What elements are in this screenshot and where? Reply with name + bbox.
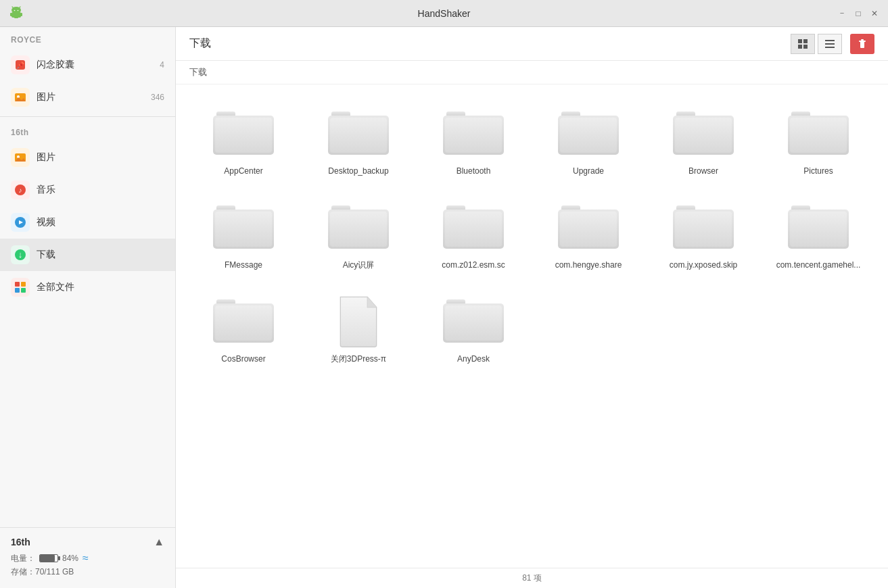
svg-text:↓: ↓ [18, 249, 23, 260]
sidebar-item-music[interactable]: ♪ 音乐 [0, 174, 175, 206]
flash-icon: 📌 [11, 55, 30, 74]
photos-royce-icon [11, 88, 30, 107]
sidebar-item-photos-16th[interactable]: 图片 [0, 141, 175, 174]
sidebar-item-flash[interactable]: 📌 闪念胶囊 4 [0, 49, 175, 81]
titlebar: HandShaker － □ ✕ [0, 0, 888, 27]
file-item-appcenter[interactable]: AppCenter [189, 98, 298, 185]
sidebar-section-16th: 16th [0, 120, 175, 141]
folder-icon [555, 106, 622, 160]
folder-icon [440, 294, 507, 348]
sidebar-section-royce: ROYCE [0, 27, 175, 49]
sidebar-label-download: 下载 [37, 249, 164, 261]
battery-tip [58, 556, 60, 560]
folder-icon [210, 106, 277, 160]
file-name: Browser [688, 166, 718, 177]
svg-point-6 [18, 9, 19, 11]
close-button[interactable]: ✕ [869, 8, 880, 19]
svg-rect-21 [15, 282, 20, 287]
sidebar-item-download[interactable]: ↓ 下载 [0, 239, 175, 271]
svg-rect-34 [861, 39, 864, 41]
svg-rect-58 [330, 212, 387, 247]
file-item-fmessage[interactable]: FMessage [189, 192, 298, 279]
delete-button[interactable] [850, 34, 874, 54]
file-name: com.jy.xposed.skip [670, 260, 737, 271]
file-item-comz012[interactable]: com.z012.esm.sc [419, 192, 528, 279]
svg-rect-67 [675, 212, 732, 247]
main-container: ROYCE 📌 闪念胶囊 4 图片 346 16th 图片 ♪ [0, 27, 888, 588]
sidebar-label-flash: 闪念胶囊 [37, 59, 153, 71]
svg-rect-37 [215, 118, 272, 153]
file-item-bluetooth[interactable]: Bluetooth [419, 98, 528, 185]
battery-bar [39, 554, 58, 562]
svg-rect-4 [14, 14, 18, 18]
eject-button[interactable]: ▲ [154, 536, 164, 548]
file-item-aicy[interactable]: Aicy识屏 [304, 192, 413, 279]
file-grid: AppCenter Desktop_backup [176, 84, 888, 568]
music-icon: ♪ [11, 180, 30, 199]
svg-rect-49 [675, 118, 732, 153]
storage-info: 存储：70/111 GB [11, 566, 164, 578]
file-item-comhengye[interactable]: com.hengye.share [534, 192, 642, 279]
file-item-upgrade[interactable]: Upgrade [534, 98, 642, 185]
wifi-icon: ≈ [83, 552, 89, 564]
folder-icon [785, 200, 852, 254]
minimize-button[interactable]: － [837, 8, 847, 19]
svg-rect-43 [445, 118, 502, 153]
photos-16th-icon [11, 148, 30, 167]
view-grid-button[interactable] [791, 34, 815, 54]
sidebar-divider-1 [0, 116, 175, 117]
battery-info: 电量： 84% ≈ [11, 552, 164, 564]
file-name: 关闭3DPress-π [331, 353, 386, 365]
file-item-browser[interactable]: Browser [649, 98, 757, 185]
file-name: FMessage [225, 260, 262, 271]
svg-rect-55 [215, 212, 272, 247]
sidebar: ROYCE 📌 闪念胶囊 4 图片 346 16th 图片 ♪ [0, 27, 176, 588]
grid-icon [797, 39, 808, 49]
battery-percent: 84% [62, 554, 78, 563]
sidebar-label-photos-royce: 图片 [37, 91, 144, 103]
sidebar-label-photos-16th: 图片 [37, 151, 164, 164]
file-name: Bluetooth [457, 166, 491, 177]
svg-point-5 [14, 9, 16, 11]
view-list-button[interactable] [818, 34, 842, 54]
file-name: Pictures [803, 166, 833, 177]
svg-rect-33 [859, 41, 866, 42]
file-name: com.tencent.gamehel... [776, 260, 861, 271]
svg-rect-24 [21, 288, 26, 293]
file-item-comtencent[interactable]: com.tencent.gamehel... [764, 192, 872, 279]
sidebar-label-music: 音乐 [37, 184, 164, 196]
file-name: CosBrowser [221, 353, 265, 365]
folder-icon [440, 200, 507, 254]
video-icon [11, 213, 30, 232]
file-item-comjy[interactable]: com.jy.xposed.skip [649, 192, 757, 279]
svg-rect-22 [21, 282, 26, 287]
sidebar-item-allfiles[interactable]: 全部文件 [0, 271, 175, 303]
sidebar-item-photos-royce[interactable]: 图片 346 [0, 81, 175, 114]
titlebar-left [8, 5, 24, 22]
folder-icon [325, 200, 392, 254]
item-count: 81 项 [522, 572, 542, 584]
folder-icon [440, 106, 507, 160]
content-area: 下载 [176, 27, 888, 588]
maximize-button[interactable]: □ [853, 8, 864, 19]
folder-icon [210, 294, 277, 348]
file-item-desktop_backup[interactable]: Desktop_backup [304, 98, 413, 185]
content-header: 下载 [176, 27, 888, 61]
sidebar-item-video[interactable]: 视频 [0, 206, 175, 239]
svg-rect-2 [10, 13, 12, 16]
toolbar-right [791, 34, 874, 54]
file-item-cosbrowser[interactable]: CosBrowser [189, 286, 298, 373]
file-item-anydesk[interactable]: AnyDesk [419, 286, 528, 373]
file-name: com.hengye.share [555, 260, 622, 271]
sidebar-label-allfiles: 全部文件 [37, 281, 164, 293]
svg-text:📌: 📌 [16, 61, 25, 70]
device-name: 16th ▲ [11, 536, 164, 548]
svg-rect-29 [825, 40, 835, 41]
titlebar-controls: － □ ✕ [837, 8, 880, 19]
svg-rect-46 [560, 118, 617, 153]
svg-line-8 [19, 7, 20, 8]
folder-icon [210, 200, 277, 254]
folder-icon [325, 106, 392, 160]
file-item-close3dpress[interactable]: 关闭3DPress-π [304, 286, 413, 373]
file-item-pictures[interactable]: Pictures [764, 98, 872, 185]
